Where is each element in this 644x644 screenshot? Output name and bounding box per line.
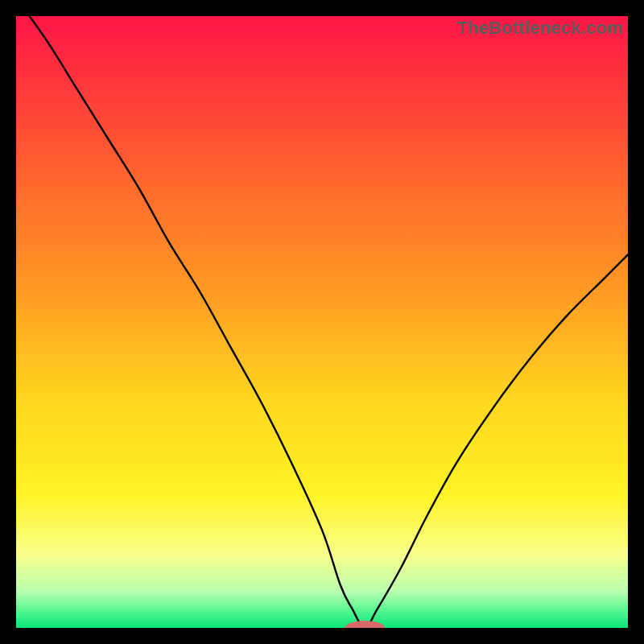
watermark-text: TheBottleneck.com [457, 18, 623, 39]
gradient-background [16, 16, 628, 628]
chart-svg [16, 16, 628, 628]
chart-frame: TheBottleneck.com [16, 16, 628, 628]
plot-area: TheBottleneck.com [16, 16, 628, 628]
